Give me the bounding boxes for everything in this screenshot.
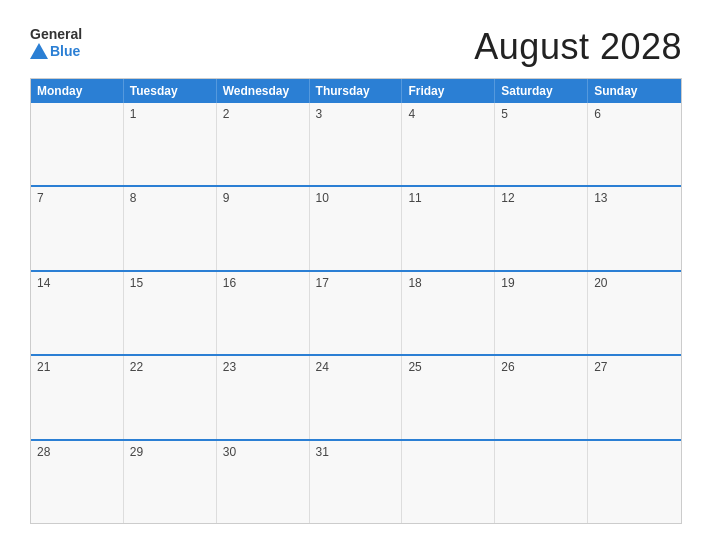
logo-triangle-icon — [30, 43, 48, 59]
day-number: 7 — [37, 191, 44, 205]
calendar-cell-w1-d2: 1 — [124, 103, 217, 185]
calendar-grid: Monday Tuesday Wednesday Thursday Friday… — [30, 78, 682, 524]
day-number: 8 — [130, 191, 137, 205]
day-number: 23 — [223, 360, 236, 374]
calendar-cell-w2-d4: 10 — [310, 187, 403, 269]
page-header: General Blue August 2028 — [30, 26, 682, 68]
logo-blue-row: Blue — [30, 43, 80, 60]
calendar-week-5: 28293031 — [31, 439, 681, 523]
day-number: 13 — [594, 191, 607, 205]
day-number: 4 — [408, 107, 415, 121]
day-number: 29 — [130, 445, 143, 459]
day-number: 15 — [130, 276, 143, 290]
calendar-cell-w1-d1 — [31, 103, 124, 185]
calendar-week-1: 123456 — [31, 103, 681, 185]
calendar-cell-w5-d7 — [588, 441, 681, 523]
day-number: 12 — [501, 191, 514, 205]
day-number: 26 — [501, 360, 514, 374]
calendar-cell-w3-d1: 14 — [31, 272, 124, 354]
day-number: 19 — [501, 276, 514, 290]
calendar-week-4: 21222324252627 — [31, 354, 681, 438]
calendar-cell-w4-d1: 21 — [31, 356, 124, 438]
calendar-cell-w3-d6: 19 — [495, 272, 588, 354]
day-number: 5 — [501, 107, 508, 121]
day-number: 14 — [37, 276, 50, 290]
calendar-cell-w2-d5: 11 — [402, 187, 495, 269]
calendar-cell-w3-d4: 17 — [310, 272, 403, 354]
calendar-cell-w2-d1: 7 — [31, 187, 124, 269]
calendar-cell-w3-d2: 15 — [124, 272, 217, 354]
calendar-cell-w4-d6: 26 — [495, 356, 588, 438]
calendar-cell-w4-d3: 23 — [217, 356, 310, 438]
calendar-title: August 2028 — [474, 26, 682, 68]
calendar-cell-w2-d6: 12 — [495, 187, 588, 269]
day-number: 9 — [223, 191, 230, 205]
day-number: 6 — [594, 107, 601, 121]
header-thursday: Thursday — [310, 79, 403, 103]
calendar-cell-w2-d7: 13 — [588, 187, 681, 269]
calendar-cell-w5-d3: 30 — [217, 441, 310, 523]
day-number: 16 — [223, 276, 236, 290]
day-number: 28 — [37, 445, 50, 459]
calendar-cell-w4-d7: 27 — [588, 356, 681, 438]
calendar-cell-w1-d4: 3 — [310, 103, 403, 185]
calendar-week-2: 78910111213 — [31, 185, 681, 269]
calendar-body: 1234567891011121314151617181920212223242… — [31, 103, 681, 523]
day-number: 22 — [130, 360, 143, 374]
day-number: 10 — [316, 191, 329, 205]
calendar-header: Monday Tuesday Wednesday Thursday Friday… — [31, 79, 681, 103]
calendar-cell-w3-d7: 20 — [588, 272, 681, 354]
day-number: 24 — [316, 360, 329, 374]
calendar-cell-w3-d3: 16 — [217, 272, 310, 354]
header-friday: Friday — [402, 79, 495, 103]
calendar-cell-w5-d1: 28 — [31, 441, 124, 523]
calendar-cell-w5-d5 — [402, 441, 495, 523]
day-number: 2 — [223, 107, 230, 121]
calendar-cell-w1-d5: 4 — [402, 103, 495, 185]
calendar-cell-w2-d2: 8 — [124, 187, 217, 269]
header-wednesday: Wednesday — [217, 79, 310, 103]
day-number: 11 — [408, 191, 421, 205]
header-monday: Monday — [31, 79, 124, 103]
day-number: 21 — [37, 360, 50, 374]
calendar-cell-w4-d5: 25 — [402, 356, 495, 438]
day-number: 1 — [130, 107, 137, 121]
calendar-cell-w4-d2: 22 — [124, 356, 217, 438]
day-number: 27 — [594, 360, 607, 374]
day-number: 3 — [316, 107, 323, 121]
day-number: 18 — [408, 276, 421, 290]
logo-general-text: General — [30, 26, 82, 43]
calendar-cell-w5-d6 — [495, 441, 588, 523]
calendar-cell-w5-d2: 29 — [124, 441, 217, 523]
calendar-cell-w4-d4: 24 — [310, 356, 403, 438]
header-sunday: Sunday — [588, 79, 681, 103]
logo-blue-text: Blue — [50, 43, 80, 60]
calendar-week-3: 14151617181920 — [31, 270, 681, 354]
logo: General Blue — [30, 26, 82, 60]
day-number: 31 — [316, 445, 329, 459]
header-tuesday: Tuesday — [124, 79, 217, 103]
header-saturday: Saturday — [495, 79, 588, 103]
day-number: 17 — [316, 276, 329, 290]
calendar-cell-w5-d4: 31 — [310, 441, 403, 523]
calendar-page: General Blue August 2028 Monday Tuesday … — [10, 10, 702, 540]
day-number: 20 — [594, 276, 607, 290]
day-number: 25 — [408, 360, 421, 374]
calendar-cell-w1-d6: 5 — [495, 103, 588, 185]
calendar-cell-w1-d3: 2 — [217, 103, 310, 185]
day-number: 30 — [223, 445, 236, 459]
calendar-cell-w3-d5: 18 — [402, 272, 495, 354]
calendar-cell-w1-d7: 6 — [588, 103, 681, 185]
calendar-cell-w2-d3: 9 — [217, 187, 310, 269]
